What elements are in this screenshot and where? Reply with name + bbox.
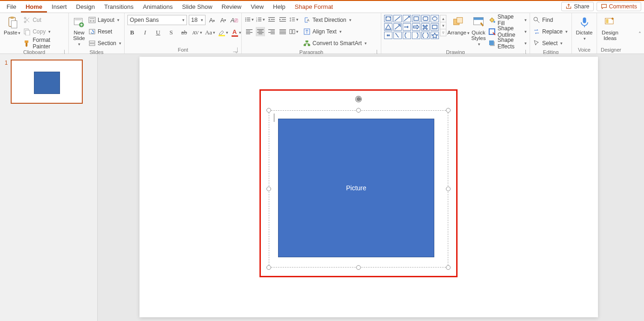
font-size-value: 18 [191,17,198,23]
thumb-shape [34,72,60,94]
svg-rect-28 [258,20,261,21]
tab-slideshow[interactable]: Slide Show [177,1,217,12]
rotation-handle[interactable] [354,95,363,103]
text-direction-label: Text Direction [312,17,346,23]
svg-rect-76 [606,19,608,23]
smartart-label: Convert to SmartArt [312,40,362,47]
dictate-button[interactable]: Dictate▾ [575,15,594,41]
strike-button[interactable]: ab [179,28,189,37]
decrease-indent-button[interactable] [267,15,276,24]
layout-button[interactable]: Layout▾ [88,15,121,25]
underline-button[interactable]: U [153,28,163,37]
font-name-input[interactable]: Open Sans▾ [127,15,187,25]
bold-button[interactable]: B [127,28,137,37]
svg-rect-33 [282,19,286,20]
shape-gallery[interactable] [384,15,439,39]
handle-top-right[interactable] [446,108,451,113]
handle-bottom-right[interactable] [446,265,451,270]
handle-bottom[interactable] [356,265,361,270]
collapse-ribbon-button[interactable]: ˄ [638,31,641,38]
quick-styles-button[interactable]: Quick Styles▾ [471,15,486,47]
arrange-icon [452,16,465,29]
align-center-button[interactable] [256,27,265,36]
tab-design[interactable]: Design [72,1,100,12]
svg-rect-16 [89,44,95,46]
align-left-button[interactable] [245,27,254,36]
comments-button[interactable]: Comments [597,2,641,11]
paste-button[interactable]: Paste▾ [3,15,21,35]
slide-thumbnail-1[interactable] [11,60,83,104]
shape-gallery-scroll[interactable]: ▴▾▿ [440,15,446,39]
bullets-button[interactable]: ▾ [245,15,254,24]
char-spacing-button[interactable]: AV▾ [193,28,202,37]
font-name-value: Open Sans [130,17,159,23]
copy-button[interactable]: Copy▾ [23,27,66,37]
slide-thumbnails-pane[interactable]: 1 [0,54,98,321]
handle-top[interactable] [356,108,361,113]
justify-button[interactable] [278,27,287,36]
align-text-button[interactable]: Align Text▾ [303,27,367,37]
font-size-input[interactable]: 18▾ [189,15,206,25]
group-clipboard: Paste▾ Cut Copy▾ Format Painter Clipboar… [0,13,69,54]
font-color-button[interactable]: A▾ [232,28,241,37]
section-button[interactable]: Section▾ [88,38,121,48]
increase-indent-button[interactable] [278,15,287,24]
format-painter-button[interactable]: Format Painter [23,38,66,48]
new-slide-button[interactable]: New Slide▾ [72,15,86,47]
thumb-number: 1 [5,60,8,104]
numbering-button[interactable]: 123▾ [256,15,265,24]
italic-button[interactable]: I [140,28,150,37]
select-button[interactable]: Select▾ [533,38,568,48]
shape-rectangle[interactable]: Picture [278,119,434,257]
shape-outline-button[interactable]: Shape Outline▾ [488,27,527,37]
tab-view[interactable]: View [246,1,268,12]
shrink-font-button[interactable]: A▾ [219,15,228,25]
find-button[interactable]: Find [533,15,568,25]
align-right-button[interactable] [267,27,276,36]
tab-help[interactable]: Help [268,1,290,12]
highlight-button[interactable]: ▾ [219,28,228,37]
line-spacing-button[interactable]: ▾ [289,15,299,24]
convert-smartart-button[interactable]: Convert to SmartArt▾ [303,38,367,48]
shape-effects-button[interactable]: Shape Effects▾ [488,38,527,48]
cut-button[interactable]: Cut [23,15,66,25]
grow-font-button[interactable]: A▴ [207,15,217,25]
mic-icon [578,16,591,29]
replace-button[interactable]: Replace▾ [533,27,568,37]
handle-left[interactable] [266,187,271,191]
shadow-button[interactable]: S [166,28,176,37]
svg-rect-22 [247,20,250,21]
slide[interactable]: Picture [139,57,598,317]
clear-format-button[interactable]: A⎚ [230,15,239,25]
ribbon-tabs: File Home Insert Design Transitions Anim… [0,1,644,13]
handle-bottom-left[interactable] [266,265,271,270]
tab-transitions[interactable]: Transitions [100,1,138,12]
new-slide-label: New Slide [73,30,85,41]
arrange-button[interactable]: Arrange▾ [448,15,469,35]
svg-rect-38 [246,29,252,30]
font-dialog-launcher[interactable] [233,47,238,52]
tab-shape-format[interactable]: Shape Format [290,1,338,12]
change-case-button[interactable]: Aa▾ [206,28,215,37]
handle-right[interactable] [446,187,451,191]
outdent-icon [268,16,275,23]
shape-fill-button[interactable]: Shape Fill▾ [488,15,527,25]
smartart-icon [303,40,311,47]
slide-canvas-area[interactable]: Picture [98,54,644,321]
handle-top-left[interactable] [266,108,271,113]
design-ideas-button[interactable]: Design Ideas [600,15,620,41]
tab-insert[interactable]: Insert [47,1,72,12]
text-direction-button[interactable]: AText Direction▾ [303,15,367,25]
columns-button[interactable]: ▾ [289,27,299,36]
tab-home[interactable]: Home [21,1,47,13]
tab-animations[interactable]: Animations [138,1,177,12]
svg-rect-35 [292,18,295,18]
font-group-label: Font [178,47,188,53]
shape-text[interactable]: Picture [346,184,366,192]
arrange-label: Arrange [447,30,466,35]
tab-file[interactable]: File [2,1,21,12]
tab-review[interactable]: Review [217,1,246,12]
share-button[interactable]: Share [561,2,593,11]
reset-button[interactable]: Reset [88,27,121,37]
svg-rect-55 [292,29,295,33]
